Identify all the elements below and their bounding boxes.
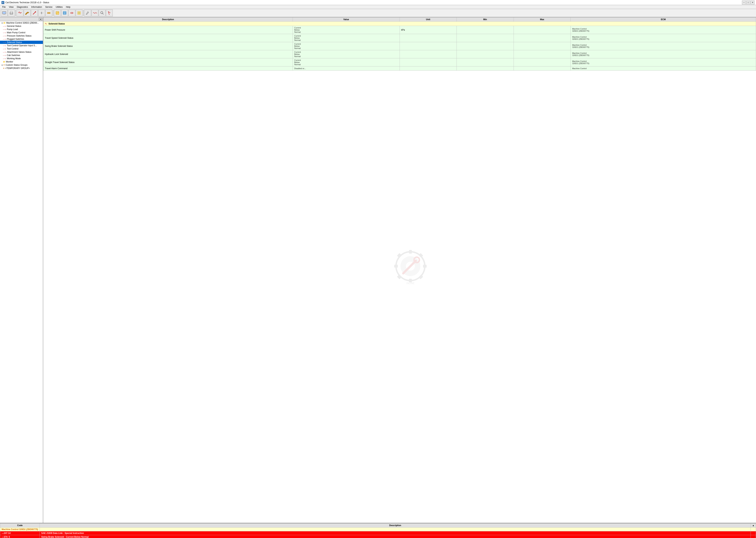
tree-label: Tool Control Operator Input S...	[7, 44, 37, 47]
fault-scroll-area[interactable]: Code Description ▲ Machine Control 326D2…	[0, 523, 756, 538]
svg-point-25	[406, 262, 415, 271]
tree-item-solenoid-status[interactable]: —∿ Solenoid Status	[0, 41, 43, 44]
wave-icon: —∿	[3, 51, 6, 53]
svg-rect-29	[423, 265, 427, 268]
cell-ecm: Machine Control326D2 (ZBD00775)	[571, 34, 756, 42]
tree-item-working-mode[interactable]: —∿ Working Mode	[0, 57, 43, 60]
tree-item-machine-control[interactable]: ⊟ 📁 Machine Control 326D2 (ZBD00...	[0, 21, 43, 25]
svg-rect-28	[394, 265, 398, 268]
tree-item-tool-control[interactable]: —∿ Tool Control	[0, 47, 43, 50]
menu-view[interactable]: View	[7, 5, 15, 9]
col-max: Max	[513, 18, 571, 22]
fault-scroll-btn[interactable]: ▲	[751, 523, 756, 527]
cell-ecm: Machine Control326D2 (ZBD00775)	[571, 58, 756, 67]
cell-max	[513, 50, 571, 58]
fault-row: —247-14 SAE J1939 Data Link : Special In…	[0, 531, 756, 535]
tb-edit[interactable]	[84, 10, 91, 16]
tb-tool3[interactable]	[45, 10, 52, 16]
tree-item-general-status[interactable]: —∿ General Status	[0, 25, 43, 28]
tb-wrench[interactable]	[24, 10, 30, 16]
window-title: Cat Electronic Technician 2021B v1.0 - S…	[5, 1, 49, 4]
tree-item-cab-switches[interactable]: —∿ Cab Switches	[0, 54, 43, 57]
cell-min	[457, 58, 514, 67]
wave-icon: —∿	[3, 25, 6, 27]
tb-config[interactable]	[38, 10, 45, 16]
cell-value: CurrentBelowNormal	[293, 34, 400, 42]
wave-icon: —∿	[3, 54, 6, 56]
tree-item-pressure-switches[interactable]: —∿ Pressure Switches Status	[0, 34, 43, 37]
titlebar-controls[interactable]: ─ □ ✕	[742, 1, 755, 5]
tree-label: Solenoid Status	[7, 41, 22, 44]
tree-label: Main Pump Control	[7, 31, 26, 34]
wave-icon: —∿	[3, 35, 6, 37]
svg-rect-27	[409, 279, 412, 282]
cell-min	[457, 50, 514, 58]
tree-item-monitor[interactable]: 📁 Monitor	[0, 60, 43, 63]
table-row: Swing Brake Solenoid Status CurrentBelow…	[43, 42, 756, 50]
svg-point-8	[41, 13, 42, 14]
titlebar: ET Cat Electronic Technician 2021B v1.0 …	[0, 0, 756, 5]
tree-panel: ◄ ⊟ 📁 Machine Control 326D2 (ZBD00... —∿…	[0, 17, 43, 523]
col-ecm: ECM	[571, 18, 756, 22]
tree-item-custom-status[interactable]: ⊟ ✦ Custom Status Groups	[0, 63, 43, 67]
svg-rect-9	[47, 12, 50, 13]
tb-search[interactable]	[99, 10, 106, 16]
tb-upload[interactable]: UP	[54, 10, 61, 16]
tree-label: Working Mode	[7, 57, 21, 60]
close-button[interactable]: ✕	[751, 1, 755, 5]
svg-line-6	[33, 12, 35, 14]
tree-item-temp-group[interactable]: ✦ <TEMPORARY GROUP>	[0, 67, 43, 70]
menu-utilities[interactable]: Utilities	[54, 5, 64, 9]
menu-diagnostics[interactable]: Diagnostics	[15, 5, 29, 9]
cell-value: CurrentBelowNormal	[293, 42, 400, 50]
tree-item-attachment-valves[interactable]: —∿ Attachment Valves Status	[0, 50, 43, 54]
tb-diagnostic[interactable]	[17, 10, 24, 16]
menu-help[interactable]: Help	[65, 5, 72, 9]
tree-item-main-pump-control[interactable]: —∿ Main Pump Control	[0, 31, 43, 34]
cell-description: Swing Brake Solenoid Status	[43, 42, 293, 50]
minimize-button[interactable]: ─	[742, 1, 746, 5]
watermark: INLINE	[392, 248, 428, 285]
col-description: Description	[43, 18, 293, 22]
menu-file[interactable]: File	[1, 5, 7, 9]
cell-description: Travel Speed Solenoid Status	[43, 34, 293, 42]
tb-ecm-connect[interactable]	[1, 10, 8, 16]
svg-rect-2	[4, 14, 5, 14]
table-row: Travel Alarm Command Disabled or... Mach…	[43, 67, 756, 71]
cell-min	[457, 34, 514, 42]
custom-icon: ✦	[3, 64, 5, 66]
tree-item-tool-control-operator[interactable]: —∿ Tool Control Operator Input S...	[0, 44, 43, 47]
svg-line-20	[103, 14, 104, 15]
menu-service[interactable]: Service	[44, 5, 54, 9]
tree-label: <TEMPORARY GROUP>	[5, 67, 30, 70]
tb-download[interactable]: DN	[61, 10, 68, 16]
tb-wrench2[interactable]	[31, 10, 38, 16]
tb-print[interactable]	[8, 10, 15, 16]
cell-unit	[400, 42, 457, 50]
svg-rect-4	[11, 11, 12, 13]
tree-label: Machine Control 326D2 (ZBD00...	[6, 22, 39, 24]
tb-wave[interactable]	[91, 10, 98, 16]
col-unit: Unit	[400, 18, 457, 22]
wave-icon: —∿	[3, 48, 6, 50]
svg-text:INLINE: INLINE	[406, 282, 414, 284]
cell-max	[513, 67, 571, 71]
cell-unit	[400, 58, 457, 67]
tb-arrows[interactable]	[69, 10, 75, 16]
table-row: Power Shift Pressure CurrentBelowNormal …	[43, 26, 756, 34]
tree-collapse-button[interactable]: ◄	[39, 18, 42, 21]
main-content: ◄ ⊟ 📁 Machine Control 326D2 (ZBD00... —∿…	[0, 17, 756, 523]
cell-max	[513, 58, 571, 67]
svg-rect-30	[397, 253, 402, 257]
cell-ecm: Machine Control	[571, 67, 756, 71]
tree-label: Pressure Switches Status	[7, 34, 31, 37]
tb-log[interactable]	[76, 10, 82, 16]
tree-item-pump-load[interactable]: —∿ Pump Load	[0, 28, 43, 31]
tb-signal[interactable]	[106, 10, 113, 16]
menu-information[interactable]: Information	[30, 5, 43, 9]
tree-item-plugged-switches[interactable]: —∿ Plugged Switches	[0, 37, 43, 41]
restore-button[interactable]: □	[746, 1, 750, 5]
cell-max	[513, 26, 571, 34]
table-row: Hydraulic Lock Solenoid CurrentBelowNorm…	[43, 50, 756, 58]
cell-min	[457, 67, 514, 71]
